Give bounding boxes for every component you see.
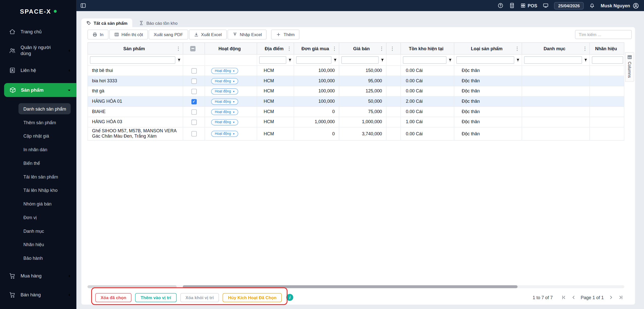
row-checkbox-checked[interactable] [191,99,197,104]
sidebar-item-products[interactable]: Sản phẩm [4,83,76,97]
row-checkbox[interactable] [191,68,197,73]
filter-input[interactable] [456,56,514,64]
column-header-location[interactable]: Địa điểm [257,43,294,54]
table-row[interactable]: HÀNG HÓA 01 Hoạt động HCM 100,000 50,000… [88,97,624,107]
deactivate-selected-button[interactable]: Hủy Kích Hoạt Đã Chọn [223,293,282,302]
sidebar-item-contacts[interactable]: Liên hệ [0,60,76,81]
first-page-icon[interactable] [561,295,566,300]
column-menu-icon[interactable] [581,45,589,52]
print-button[interactable]: In [88,30,108,39]
filter-input[interactable] [341,56,379,64]
add-button[interactable]: Thêm [271,30,299,39]
columns-panel-toggle[interactable]: Columns [625,52,634,82]
filter-input[interactable] [592,56,623,64]
bell-icon[interactable] [589,3,595,9]
sidebar-subitem-print-labels[interactable]: In nhãn dán [0,143,76,156]
sidebar-subitem-variants[interactable]: Biến thể [0,156,76,170]
brand-logo[interactable]: SPACE-X [0,0,76,22]
show-columns-button[interactable]: Hiển thị cột [109,30,148,39]
sidebar-subitem-units[interactable]: Đơn vị [0,211,76,224]
column-menu-icon[interactable] [331,45,338,52]
row-action-button[interactable]: Hoạt động [211,98,238,105]
pos-button[interactable]: POS [520,3,537,8]
sidebar-subitem-categories[interactable]: Danh mục [0,224,76,238]
cash-register-icon[interactable] [543,3,549,9]
sidebar-subitem-add-product[interactable]: Thêm sản phẩm [0,116,76,129]
row-checkbox[interactable] [191,78,197,84]
filter-funnel-icon[interactable] [177,58,181,62]
tab-all-products[interactable]: Tất cả sản phẩm [81,18,132,27]
sidebar-subitem-update-price[interactable]: Cập nhật giá [0,129,76,143]
column-header-product-type[interactable]: Loại sản phẩm [454,43,522,54]
column-menu-icon[interactable] [513,45,521,52]
column-menu-icon[interactable] [175,45,182,52]
row-action-button[interactable]: Hoạt động [211,78,238,84]
help-icon[interactable] [497,3,503,9]
next-page-icon[interactable] [608,295,614,300]
sidebar-subitem-warranty[interactable]: Bảo hành [0,251,76,265]
filter-input[interactable] [90,56,176,64]
table-row[interactable]: Ghế SIHOO M57, M57B, MANSON VERA Gác Châ… [88,127,624,141]
tab-stock-report[interactable]: Báo cáo tồn kho [134,18,182,27]
table-row[interactable]: BIAHE Hoạt động HCM 0 75,000 0.00 Cái Độ… [88,107,624,117]
scrollbar-thumb[interactable] [183,285,518,288]
column-header-brand[interactable]: Nhãn hiệu [590,43,625,54]
date-display[interactable]: 25/04/2026 [554,2,584,9]
table-row[interactable]: bia hơi 3333 Hoạt động HCM 100,000 95,00… [88,76,624,86]
filter-input[interactable] [524,56,582,64]
delete-selected-button[interactable]: Xóa đã chọn [95,293,132,302]
column-menu-icon[interactable] [378,45,385,52]
filter-funnel-icon[interactable] [288,58,292,62]
column-header-action[interactable]: Hoạt động [205,43,257,54]
table-row[interactable]: thịt bê thui Hoạt động HCM 100,000 150,0… [88,66,624,76]
sidebar-item-purchases[interactable]: Mua hàng [0,266,76,285]
sidebar-subitem-price-groups[interactable]: Nhóm giá bán [0,197,76,211]
filter-funnel-icon[interactable] [516,58,520,62]
export-pdf-button[interactable]: Xuất sang PDF [149,30,188,39]
column-menu-icon[interactable] [286,45,293,52]
sidebar-subitem-upload-products[interactable]: Tải lên sản phẩm [0,170,76,183]
row-action-button[interactable]: Hoạt động [211,109,238,115]
sidebar-item-home[interactable]: Trang chủ [0,22,76,41]
last-page-icon[interactable] [618,295,624,300]
column-header-category[interactable]: Danh mục [522,43,590,54]
row-checkbox[interactable] [191,109,197,114]
sidebar-item-sales[interactable]: Bán hàng [0,285,76,304]
table-row[interactable]: thịt gà Hoạt động HCM 100,000 125,000 0.… [88,86,624,97]
search-input[interactable] [575,30,632,39]
sidebar-subitem-brands[interactable]: Nhãn hiệu [0,238,76,251]
row-action-button[interactable]: Hoạt động [211,68,238,74]
table-row[interactable]: HÀNG HÓA 03 Hoạt động HCM 1,000,000 1,00… [88,117,624,127]
column-header-product[interactable]: Sản phẩm [88,43,183,54]
export-excel-button[interactable]: Xuất Excel [189,30,227,39]
row-checkbox[interactable] [191,89,197,94]
column-header-purchase-price[interactable]: Đơn giá mua [294,43,339,54]
filter-funnel-icon[interactable] [333,58,337,62]
sidebar-subitem-upload-stock[interactable]: Tải lên Nhập kho [0,183,76,197]
info-icon[interactable] [286,294,293,301]
filter-input[interactable] [296,56,331,64]
filter-funnel-icon[interactable] [448,58,452,62]
prev-page-icon[interactable] [571,295,576,300]
row-checkbox[interactable] [191,131,197,136]
row-action-button[interactable]: Hoạt động [211,119,238,125]
add-to-location-button[interactable]: Thêm vào vị trí [135,293,176,302]
row-action-button[interactable]: Hoạt động [211,131,238,137]
sidebar-toggle-icon[interactable] [80,3,86,9]
column-menu-icon[interactable] [388,45,396,52]
user-menu[interactable]: Musk Nguyen [601,2,639,9]
column-header-sale-price[interactable]: Giá bán [339,43,386,54]
column-header-stock[interactable]: Tồn kho hiện tại [401,43,454,54]
filter-input[interactable] [259,56,286,64]
calculator-icon[interactable] [509,3,515,9]
sidebar-subitem-product-list[interactable]: Danh sách sản phẩm [18,103,71,114]
filter-funnel-icon[interactable] [380,58,384,62]
row-action-button[interactable]: Hoạt động [211,88,238,94]
import-excel-button[interactable]: Nhập Excel [228,30,267,39]
select-all-checkbox[interactable] [190,46,195,51]
sidebar-item-users[interactable]: Quản lý người dùng [0,41,76,60]
filter-input[interactable] [403,56,446,64]
remove-from-location-button[interactable]: Xóa khỏi vị trí [180,293,219,302]
row-checkbox[interactable] [191,119,197,125]
filter-funnel-icon[interactable] [584,58,588,62]
